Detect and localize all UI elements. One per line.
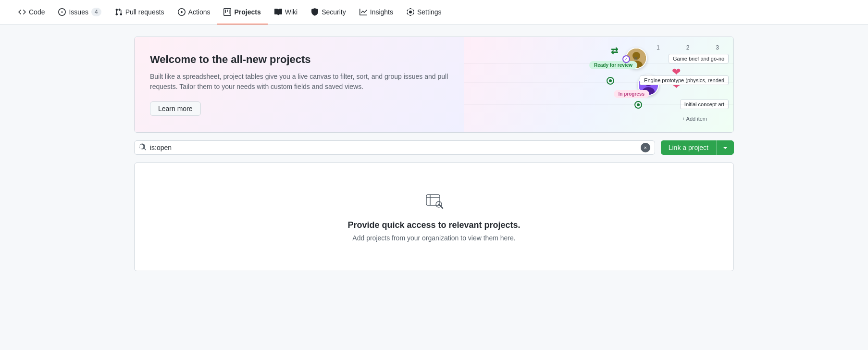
nav-code[interactable]: Code (12, 0, 51, 25)
banner-title: Welcome to the all-new projects (150, 53, 448, 66)
pr-icon (115, 8, 123, 16)
label-ready-for-review: Ready for review (589, 61, 637, 69)
search-clear-button[interactable]: × (641, 143, 650, 152)
pr-icon-illustration: ⇄ (611, 46, 618, 56)
nav-pr-label: Pull requests (125, 8, 164, 16)
issues-count-badge: 4 (91, 8, 101, 16)
actions-icon (178, 8, 186, 16)
top-navigation: Code Issues 4 Pull requests Actions Proj… (0, 0, 868, 25)
svg-rect-9 (426, 195, 440, 205)
learn-more-button[interactable]: Learn more (150, 101, 201, 116)
insights-icon (360, 8, 367, 16)
main-content: Welcome to the all-new projects Built li… (126, 25, 742, 283)
row-item-3: Initial concept art (680, 100, 729, 109)
banner-left: Welcome to the all-new projects Built li… (135, 37, 464, 132)
nav-wiki[interactable]: Wiki (268, 0, 304, 25)
link-project-main-label[interactable]: Link a project (661, 140, 717, 155)
search-icon (139, 143, 147, 152)
search-row: × Link a project (134, 140, 734, 155)
nav-security[interactable]: Security (304, 0, 353, 25)
nav-insights-label: Insights (370, 8, 393, 16)
project-empty-icon (424, 192, 444, 212)
nav-security-label: Security (322, 8, 346, 16)
nav-projects-label: Projects (234, 8, 260, 16)
empty-state-container: Provide quick access to relevant project… (134, 162, 734, 271)
nav-pull-requests[interactable]: Pull requests (108, 0, 171, 25)
nav-settings[interactable]: Settings (400, 0, 448, 25)
nav-wiki-label: Wiki (285, 8, 298, 16)
nav-issues-label: Issues (69, 8, 88, 16)
link-project-dropdown-arrow[interactable] (717, 140, 734, 155)
label-in-progress: In progress (614, 90, 649, 98)
security-icon (311, 8, 319, 16)
empty-state-description: Add projects from your organization to v… (352, 234, 515, 242)
welcome-banner: Welcome to the all-new projects Built li… (134, 37, 734, 133)
checkmark-1: ✓ (622, 55, 630, 63)
banner-right: ⇄ ❤ ❤ Ready for review In prog (464, 37, 733, 132)
dot-circle-2 (607, 77, 614, 85)
nav-actions[interactable]: Actions (171, 0, 217, 25)
nav-projects[interactable]: Projects (217, 0, 267, 25)
settings-icon (407, 8, 414, 16)
empty-state-title: Provide quick access to relevant project… (347, 220, 520, 230)
row-item-1: Game brief and go-no (669, 54, 729, 63)
issues-icon (58, 8, 66, 16)
nav-actions-label: Actions (188, 8, 211, 16)
nav-code-label: Code (29, 8, 45, 16)
dot-circle-3 (634, 101, 642, 109)
search-input[interactable] (134, 140, 655, 155)
nav-issues[interactable]: Issues 4 (51, 0, 108, 25)
wiki-icon (274, 8, 282, 16)
link-project-button[interactable]: Link a project (661, 140, 734, 155)
nav-insights[interactable]: Insights (353, 0, 400, 25)
code-icon (18, 8, 26, 16)
banner-description: Built like a spreadsheet, project tables… (150, 72, 448, 92)
x-mark: ✕ (633, 55, 638, 62)
column-numbers: 1 2 3 (657, 44, 719, 51)
row-item-2: Engine prototype (physics, renderi (640, 75, 729, 85)
nav-settings-label: Settings (417, 8, 442, 16)
search-wrapper: × (134, 140, 655, 155)
projects-icon (223, 8, 231, 16)
add-item-label: + Add item (682, 116, 707, 122)
